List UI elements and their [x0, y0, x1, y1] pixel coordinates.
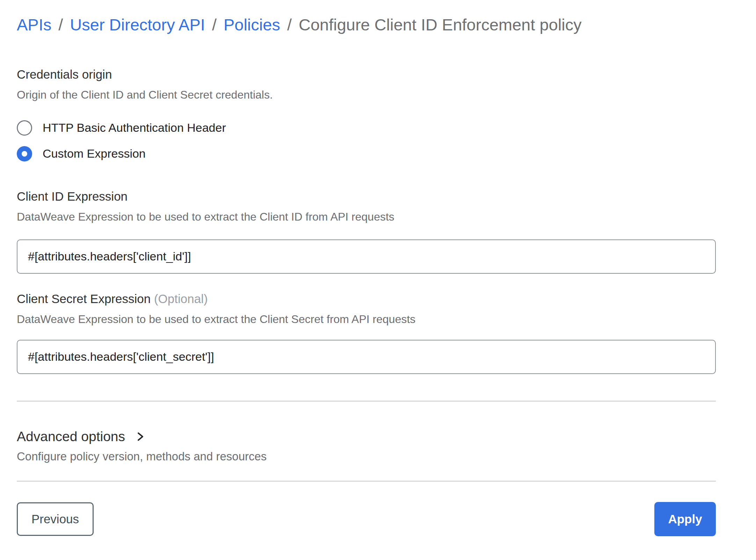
advanced-options-description: Configure policy version, methods and re…: [17, 450, 716, 463]
footer-divider: [17, 481, 716, 482]
client-id-expression-description: DataWeave Expression to be used to extra…: [17, 210, 716, 223]
chevron-right-icon: [136, 431, 145, 443]
client-id-expression-input[interactable]: [17, 239, 716, 274]
breadcrumb-link-user-directory-api[interactable]: User Directory API: [70, 15, 205, 34]
radio-button-icon[interactable]: [17, 120, 32, 136]
optional-suffix: (Optional): [154, 292, 208, 306]
page-title: Configure Client ID Enforcement policy: [299, 15, 582, 34]
radio-button-icon[interactable]: [17, 146, 32, 161]
breadcrumb-link-apis[interactable]: APIs: [17, 15, 51, 34]
radio-option-custom-expression[interactable]: Custom Expression: [17, 146, 716, 161]
advanced-options-label: Advanced options: [17, 429, 125, 444]
credentials-origin-radio-group: HTTP Basic Authentication Header Custom …: [17, 120, 716, 161]
apply-button[interactable]: Apply: [654, 502, 716, 536]
client-id-expression-label: Client ID Expression: [17, 189, 716, 203]
credentials-origin-description: Origin of the Client ID and Client Secre…: [17, 88, 716, 101]
radio-option-http-basic-auth-header[interactable]: HTTP Basic Authentication Header: [17, 120, 716, 136]
client-secret-expression-description: DataWeave Expression to be used to extra…: [17, 313, 716, 326]
breadcrumb: APIs/User Directory API/Policies/Configu…: [17, 15, 716, 35]
client-secret-expression-label: Client Secret Expression (Optional): [17, 292, 716, 306]
breadcrumb-separator: /: [287, 15, 292, 34]
breadcrumb-separator: /: [212, 15, 217, 34]
breadcrumb-link-policies[interactable]: Policies: [224, 15, 280, 34]
footer-actions: Previous Apply: [17, 502, 716, 536]
previous-button[interactable]: Previous: [17, 502, 94, 536]
client-secret-expression-input[interactable]: [17, 340, 716, 374]
policy-config-page: APIs/User Directory API/Policies/Configu…: [0, 0, 756, 560]
radio-option-label: Custom Expression: [43, 147, 146, 160]
advanced-options-toggle[interactable]: Advanced options: [17, 429, 716, 444]
credentials-origin-label: Credentials origin: [17, 67, 716, 81]
breadcrumb-separator: /: [58, 15, 63, 34]
client-secret-expression-label-text: Client Secret Expression: [17, 292, 151, 306]
section-divider: [17, 401, 716, 402]
radio-option-label: HTTP Basic Authentication Header: [43, 121, 226, 135]
